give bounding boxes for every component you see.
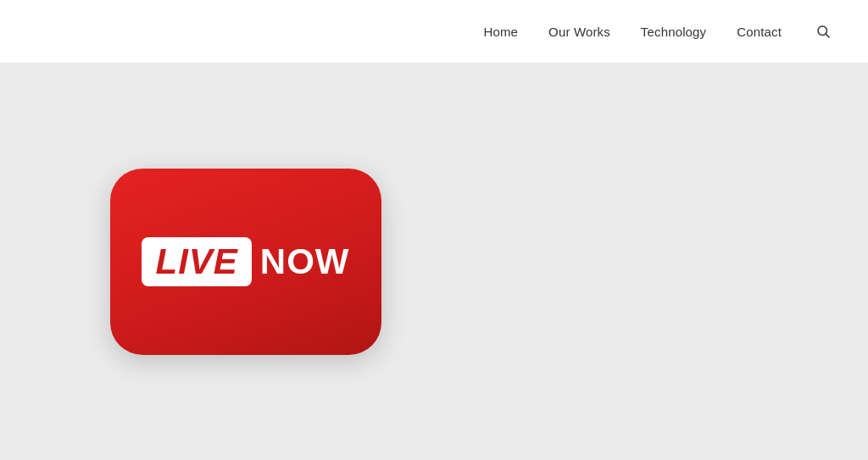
live-box: LIVE bbox=[142, 237, 251, 286]
svg-line-1 bbox=[826, 34, 829, 37]
svg-point-0 bbox=[818, 26, 827, 36]
search-icon bbox=[815, 24, 831, 39]
nav-technology[interactable]: Technology bbox=[641, 25, 706, 39]
search-button[interactable] bbox=[812, 20, 834, 42]
main-content: LIVE NOW bbox=[0, 64, 868, 460]
main-nav: Home Our Works Technology Contact bbox=[483, 20, 834, 42]
site-header: Home Our Works Technology Contact bbox=[0, 0, 868, 64]
now-label: NOW bbox=[260, 244, 350, 280]
nav-our-works[interactable]: Our Works bbox=[548, 25, 610, 39]
livenow-logo: LIVE NOW bbox=[102, 160, 390, 363]
nav-contact[interactable]: Contact bbox=[737, 25, 782, 39]
logo-text-container: LIVE NOW bbox=[142, 237, 349, 286]
logo-background: LIVE NOW bbox=[110, 169, 381, 355]
nav-home[interactable]: Home bbox=[483, 25, 518, 39]
live-label: LIVE bbox=[155, 241, 237, 281]
